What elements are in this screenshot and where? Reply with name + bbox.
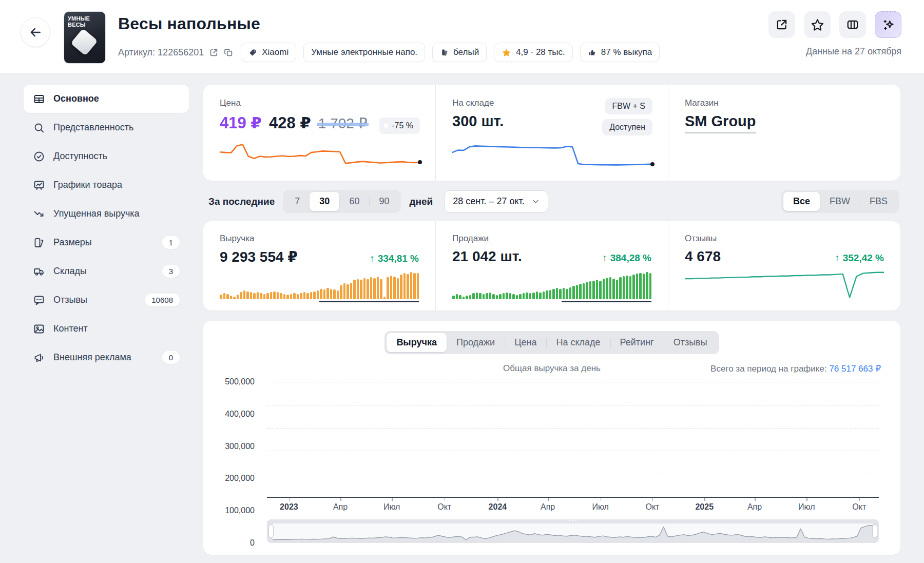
check-circle-icon (33, 150, 45, 163)
store-section: Магазин SM Group (668, 85, 900, 181)
revenue-metric: Выручка 9 293 554 ₽ ↑334,81 % (203, 221, 435, 310)
brush-grip-icon[interactable] (568, 520, 578, 522)
ai-assistant-button[interactable] (875, 11, 901, 38)
sidebar-item-lost-revenue[interactable]: Упущенная выручка (24, 200, 189, 228)
buyout-chip-label: 87 % выкупа (601, 47, 652, 57)
y-tick: 500,000 (225, 377, 255, 386)
sidebar-item-product-charts[interactable]: Графики товара (24, 171, 189, 199)
sidebar-item-warehouses[interactable]: Склады 3 (24, 257, 189, 285)
sidebar-item-content[interactable]: Контент (24, 315, 189, 343)
table-icon (33, 93, 45, 105)
color-chip: белый (432, 43, 487, 62)
sidebar-item-label: Упущенная выручка (53, 208, 140, 219)
chart-total: Всего за период на графике: 76 517 663 ₽ (710, 363, 881, 374)
revenue-top: 9 293 554 ₽ ↑334,81 % (220, 244, 419, 265)
favorite-button[interactable] (804, 11, 831, 38)
copy-icon[interactable] (224, 48, 234, 57)
external-link-icon (775, 18, 788, 31)
external-link-icon[interactable] (209, 48, 219, 57)
chart-tabs: Выручка Продажи Цена На складе Рейтинг О… (384, 331, 719, 354)
brush-handle-left[interactable] (268, 525, 274, 538)
sidebar-badge: 3 (162, 265, 180, 278)
period-prefix: За последние (208, 196, 275, 207)
tab-sales[interactable]: Продажи (447, 333, 505, 352)
sales-metric: Продажи 21 042 шт. ↑384,28 % (435, 221, 668, 310)
page-header: УМНЫЕ ВЕСЫ Весы напольные Артикул: 12265… (0, 0, 924, 73)
price-sparkline (220, 142, 420, 165)
price-section: Цена 419 ₽ 428 ₽ 1 702 ₽ -75 % (203, 85, 435, 181)
compare-columns-button[interactable] (839, 11, 866, 38)
days-option-60[interactable]: 60 (339, 192, 369, 211)
revenue-sparkline (220, 269, 419, 299)
sidebar-item-label: Контент (53, 323, 88, 334)
sizes-icon (33, 237, 45, 249)
days-option-30[interactable]: 30 (310, 192, 339, 211)
sidebar-item-label: Доступность (53, 151, 107, 162)
tab-rating[interactable]: Рейтинг (610, 333, 664, 352)
metrics-card: Выручка 9 293 554 ₽ ↑334,81 % Продажи 21… (203, 221, 900, 310)
columns-icon (846, 18, 859, 31)
y-tick: 400,000 (225, 410, 255, 419)
x-axis: 2023АпрИюлОкт2024АпрИюлОкт2025АпрИюлОкт (267, 498, 879, 514)
sidebar-item-label: Представленность (53, 122, 133, 133)
thumbs-up-icon (588, 48, 596, 57)
category-chip-label: Умные электронные напо. (311, 47, 417, 57)
price-secondary: 428 ₽ (269, 113, 311, 132)
article-row: Артикул: 122656201 (118, 47, 234, 58)
tab-reviews[interactable]: Отзывы (664, 333, 717, 352)
chart-total-value: 76 517 663 ₽ (829, 364, 881, 374)
tab-stock[interactable]: На складе (546, 333, 610, 352)
sidebar-item-availability[interactable]: Доступность (24, 142, 189, 170)
y-tick: 100,000 (225, 506, 255, 515)
back-button[interactable] (21, 17, 50, 47)
back-arrow-icon (29, 26, 42, 39)
revenue-value: 9 293 554 ₽ (220, 248, 298, 265)
fulfillment-option-fbw[interactable]: FBW (820, 192, 860, 211)
plot-wrap: 500,000 400,000 300,000 200,000 100,000 … (223, 382, 881, 543)
image-icon (33, 323, 45, 335)
days-option-90[interactable]: 90 (369, 192, 399, 211)
sidebar-item-visibility[interactable]: Представленность (24, 113, 189, 142)
rating-chip-label: 4,9 · 28 тыс. (516, 47, 565, 57)
open-external-button[interactable] (768, 11, 795, 38)
search-icon (33, 122, 45, 134)
main-chart-bars[interactable] (267, 382, 879, 497)
chart-header: Общая выручка за день Всего за период на… (223, 360, 881, 377)
main-area: Основное Представленность Доступность Гр… (0, 73, 924, 563)
tab-revenue[interactable]: Выручка (387, 333, 447, 352)
fulfillment-option-all[interactable]: Все (783, 192, 820, 211)
app-root: УМНЫЕ ВЕСЫ Весы напольные Артикул: 12265… (0, 0, 924, 563)
thumbnail-caption: УМНЫЕ ВЕСЫ (68, 15, 89, 28)
chevron-down-icon (532, 198, 540, 205)
days-option-7[interactable]: 7 (285, 192, 310, 211)
reviews-sparkline (685, 269, 884, 299)
meta-row: Артикул: 122656201 Xiaomi Умные электро (118, 43, 660, 62)
chart-brush[interactable] (267, 519, 879, 543)
days-segmented-control: 7 30 60 90 (283, 190, 401, 213)
date-range-select[interactable]: 28 сент. – 27 окт. (444, 190, 548, 212)
store-link[interactable]: SM Group (685, 113, 756, 133)
sales-sparkline (452, 269, 651, 299)
sidebar-item-label: Склады (53, 266, 87, 277)
stock-top: На складе 300 шт. FBW + S Доступен (452, 98, 652, 135)
stock-text: На складе 300 шт. (452, 98, 504, 135)
buyout-chip: 87 % выкупа (580, 43, 660, 62)
revenue-delta: ↑334,81 % (370, 253, 419, 264)
sales-value: 21 042 шт. (452, 248, 522, 265)
tab-price[interactable]: Цена (505, 333, 546, 352)
sidebar-item-sizes[interactable]: Размеры 1 (24, 228, 189, 257)
sparkles-icon (881, 18, 895, 32)
y-tick: 200,000 (225, 474, 255, 483)
chart-board-icon (33, 179, 45, 191)
page-title: Весы напольные (118, 14, 660, 33)
brush-handle-right[interactable] (872, 525, 877, 538)
sidebar-badge: 0 (162, 351, 180, 364)
stock-badges: FBW + S Доступен (602, 98, 652, 135)
stock-section: На складе 300 шт. FBW + S Доступен (435, 85, 668, 181)
arrow-up-icon: ↑ (370, 253, 375, 264)
fulfillment-option-fbs[interactable]: FBS (860, 192, 897, 211)
sidebar-item-reviews[interactable]: Отзывы 10608 (24, 286, 189, 314)
sidebar-item-external-ads[interactable]: Внешняя реклама 0 (24, 343, 189, 372)
product-thumbnail[interactable]: УМНЫЕ ВЕСЫ (64, 11, 106, 64)
sidebar-item-main[interactable]: Основное (24, 85, 189, 113)
